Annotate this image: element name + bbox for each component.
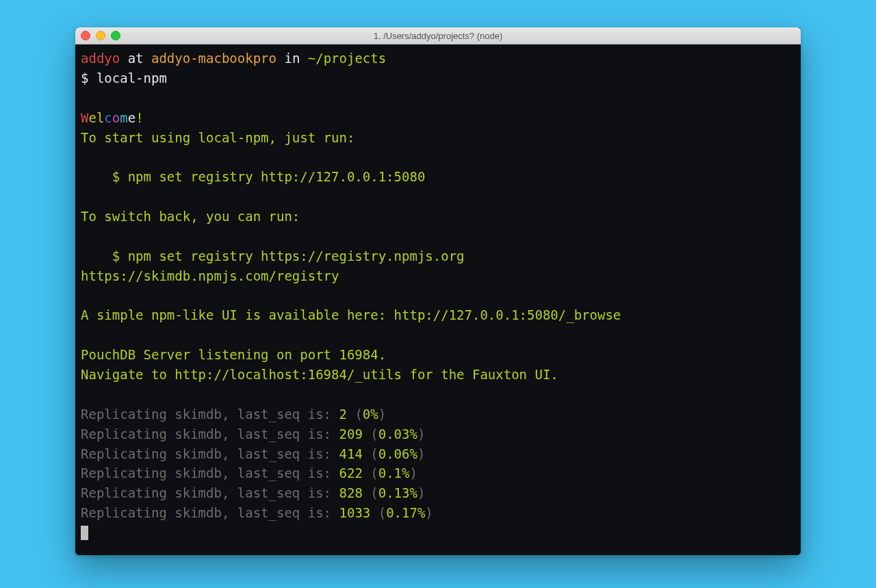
window-title: 1. /Users/addyo/projects? (node) [75,31,801,41]
ui-hint: A simple npm-like UI is available here: … [81,307,621,322]
welcome-letter: e [88,110,96,125]
terminal-body[interactable]: addyo at addyo-macbookpro in ~/projects … [75,44,801,555]
replication-prefix: Replicating skimdb, last_seq is: [81,407,339,422]
paren-close: ) [409,465,417,481]
paren-open: ( [363,426,378,442]
paren-close: ) [417,485,425,500]
zoom-icon[interactable] [111,31,120,40]
terminal-window: 1. /Users/addyo/projects? (node) addyo a… [75,27,801,555]
welcome-letter: o [112,110,120,125]
paren-close: ) [425,505,433,520]
replication-seq: 414 [339,446,363,461]
replication-prefix: Replicating skimdb, last_seq is: [81,485,339,500]
prompt-in: in [276,51,308,66]
window-titlebar[interactable]: 1. /Users/addyo/projects? (node) [75,27,801,44]
skimdb-url: https://skimdb.npmjs.com/registry [81,268,339,283]
paren-open: ( [347,407,363,422]
set-registry-local: $ npm set registry http://127.0.0.1:5080 [81,169,425,184]
minimize-icon[interactable] [96,31,105,40]
cursor-icon [81,526,88,540]
replication-seq: 209 [339,426,363,442]
set-registry-npm: $ npm set registry https://registry.npmj… [81,248,465,264]
welcome-letter: e [128,110,136,125]
replication-prefix: Replicating skimdb, last_seq is: [81,446,339,461]
replication-seq: 1033 [339,505,371,520]
welcome-letter: W [81,110,88,125]
replication-pct: 0.03% [378,426,417,442]
paren-close: ) [417,446,425,461]
prompt-path: ~/projects [308,51,386,66]
paren-close: ) [417,426,425,442]
paren-close: ) [378,407,386,422]
prompt-at: at [120,51,151,66]
replication-seq: 622 [339,465,363,481]
replication-seq: 828 [339,485,363,500]
paren-open: ( [370,505,386,520]
welcome-letter: m [120,110,127,125]
replication-seq: 2 [339,407,347,422]
paren-open: ( [363,446,378,461]
fauxton-hint: Navigate to http://localhost:16984/_util… [81,367,558,382]
welcome-letter: c [104,110,112,125]
paren-open: ( [363,465,378,481]
prompt-host: addyo-macbookpro [151,51,276,66]
close-icon[interactable] [81,31,90,40]
replication-pct: 0.13% [378,485,417,500]
start-hint: To start using local-npm, just run: [81,130,355,145]
replication-prefix: Replicating skimdb, last_seq is: [81,505,339,520]
paren-open: ( [363,485,378,500]
prompt-user: addyo [81,51,120,66]
replication-prefix: Replicating skimdb, last_seq is: [81,426,339,442]
welcome-letter: l [96,110,104,125]
prompt-symbol: $ [81,71,96,86]
replication-pct: 0.06% [378,446,417,461]
replication-pct: 0.1% [378,465,410,481]
switch-back-hint: To switch back, you can run: [81,209,300,224]
welcome-text: Welcome! [81,110,144,125]
prompt-command: local-npm [96,71,167,86]
replication-pct: 0% [363,407,378,422]
replication-log: Replicating skimdb, last_seq is: 2 (0%) … [81,407,433,520]
traffic-lights [81,31,120,40]
pouchdb-listening: PouchDB Server listening on port 16984. [81,347,386,362]
welcome-letter: ! [136,110,143,125]
replication-pct: 0.17% [386,505,425,520]
replication-prefix: Replicating skimdb, last_seq is: [81,465,339,481]
